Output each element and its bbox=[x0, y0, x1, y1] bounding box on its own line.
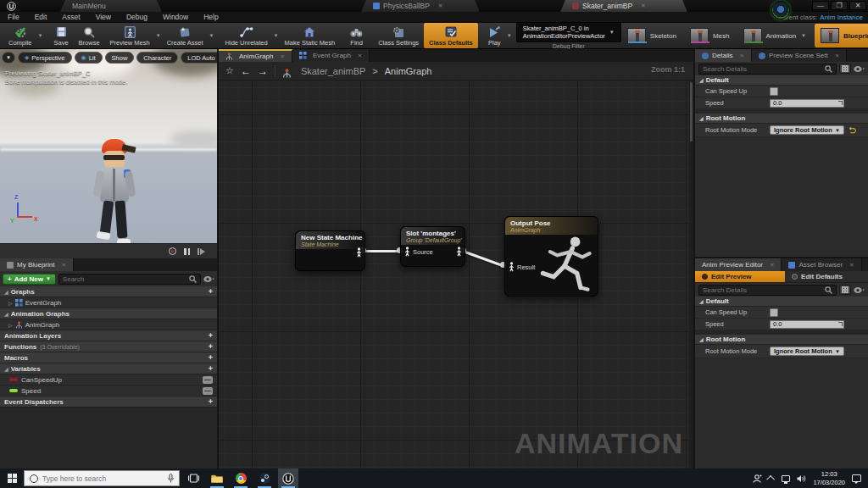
speed-input[interactable]: 0.0 bbox=[770, 320, 844, 329]
close-icon[interactable]: ✕ bbox=[280, 53, 284, 60]
eye-closed-icon[interactable] bbox=[203, 387, 213, 395]
viewport-options-button[interactable]: ▼ bbox=[2, 52, 15, 64]
compile-button[interactable]: Compile bbox=[3, 23, 37, 48]
add-dispatcher-icon[interactable]: + bbox=[209, 397, 213, 406]
forward-arrow-icon[interactable]: → bbox=[258, 65, 268, 77]
pose-output-pin[interactable] bbox=[356, 247, 362, 258]
show-button[interactable]: Show bbox=[105, 52, 135, 64]
maximize-button[interactable]: ❐ bbox=[831, 1, 848, 10]
tab-event-graph[interactable]: Event Graph ✕ bbox=[292, 49, 370, 62]
add-variable-icon[interactable]: + bbox=[209, 364, 213, 373]
variable-speed[interactable]: Speed bbox=[0, 385, 217, 396]
eye-closed-icon[interactable] bbox=[203, 376, 213, 384]
breadcrumb-current[interactable]: AnimGraph bbox=[385, 66, 432, 76]
section-root-motion[interactable]: ◢ Root Motion bbox=[695, 114, 868, 124]
can-speed-up-checkbox[interactable] bbox=[770, 308, 778, 317]
action-center-icon[interactable] bbox=[852, 474, 861, 482]
breadcrumb-root[interactable]: Skater_animBP bbox=[301, 66, 365, 76]
microphone-icon[interactable] bbox=[168, 474, 174, 483]
close-icon[interactable]: ✕ bbox=[438, 3, 443, 9]
window-tab-skater-animbp[interactable]: Skater_animBP ✕ bbox=[560, 0, 687, 12]
chevron-down-icon[interactable]: ▼ bbox=[155, 33, 162, 38]
task-view-button[interactable] bbox=[183, 469, 203, 488]
property-matrix-button[interactable] bbox=[839, 285, 851, 295]
section-functions[interactable]: Functions (3 Overridable) + bbox=[0, 341, 217, 352]
step-forward-icon[interactable] bbox=[198, 248, 205, 255]
reset-to-default-icon[interactable]: ⮌ bbox=[849, 126, 856, 135]
close-icon[interactable]: ✕ bbox=[641, 3, 646, 9]
graph-canvas[interactable]: New State Machine State Machine Slot 'mo… bbox=[219, 80, 693, 469]
chevron-down-icon[interactable]: ▼ bbox=[506, 33, 513, 38]
unreal-editor-taskbar-button[interactable] bbox=[278, 469, 298, 488]
close-icon[interactable]: ✕ bbox=[770, 262, 774, 269]
variable-canspeedup[interactable]: CanSpeedUp bbox=[0, 374, 217, 385]
section-default[interactable]: ◢ Default bbox=[695, 75, 868, 86]
eye-filter-icon[interactable] bbox=[854, 65, 865, 73]
menu-edit[interactable]: Edit bbox=[27, 13, 55, 21]
details-search[interactable] bbox=[698, 64, 837, 75]
tab-details[interactable]: Details ✕ bbox=[695, 49, 752, 62]
mode-blueprint[interactable]: Blueprint bbox=[815, 24, 868, 47]
file-explorer-button[interactable] bbox=[207, 469, 227, 488]
lit-button[interactable]: ◉Lit bbox=[75, 52, 103, 64]
class-settings-button[interactable]: Class Settings bbox=[373, 23, 424, 48]
section-animation-layers[interactable]: Animation Layers + bbox=[0, 330, 217, 341]
root-motion-mode-dropdown[interactable]: Ignore Root Motion ▼ bbox=[770, 347, 844, 356]
menu-help[interactable]: Help bbox=[196, 13, 225, 21]
chrome-button[interactable] bbox=[231, 469, 251, 488]
add-layer-icon[interactable]: + bbox=[209, 331, 213, 340]
make-static-mesh-button[interactable]: Make Static Mesh bbox=[280, 23, 341, 48]
tab-anim-preview-editor[interactable]: Anim Preview Editor ✕ bbox=[695, 258, 782, 271]
anim-preview-search[interactable] bbox=[698, 285, 837, 296]
taskbar-clock[interactable]: 12:03 17/03/2020 bbox=[813, 470, 845, 486]
node-slot-montages[interactable]: Slot 'montages' Group 'DefaultGroup' Sou… bbox=[400, 226, 465, 267]
menu-file[interactable]: File bbox=[0, 13, 27, 21]
start-button[interactable] bbox=[0, 469, 24, 488]
eye-filter-icon[interactable] bbox=[203, 275, 214, 283]
chevron-down-icon[interactable]: ▼ bbox=[37, 33, 44, 38]
edit-defaults-radio[interactable]: Edit Defaults bbox=[785, 271, 849, 282]
debug-filter-dropdown[interactable]: Skater_animBP_C_0 in AnimationEditorPrev… bbox=[516, 22, 621, 42]
section-default[interactable]: ◢ Default bbox=[695, 297, 868, 307]
section-graphs[interactable]: ◢ Graphs + bbox=[0, 286, 217, 297]
mode-mesh[interactable]: Mesh bbox=[684, 24, 736, 47]
chevron-down-icon[interactable]: ▼ bbox=[209, 33, 215, 38]
pause-icon[interactable] bbox=[184, 248, 190, 255]
menu-view[interactable]: View bbox=[88, 13, 119, 21]
add-macro-icon[interactable]: + bbox=[209, 353, 213, 362]
save-button[interactable]: Save bbox=[48, 23, 73, 48]
hide-unrelated-button[interactable]: Hide Unrelated bbox=[220, 23, 273, 48]
close-button[interactable]: ✕ bbox=[849, 1, 866, 10]
search-input[interactable] bbox=[703, 65, 825, 73]
source-input-pin[interactable]: Source bbox=[404, 247, 433, 257]
menu-debug[interactable]: Debug bbox=[119, 13, 155, 21]
tab-preview-scene-settings[interactable]: Preview Scene Sett ✕ bbox=[752, 49, 847, 62]
record-icon[interactable] bbox=[169, 247, 176, 255]
add-graph-icon[interactable]: + bbox=[209, 287, 213, 296]
people-icon[interactable] bbox=[753, 474, 762, 483]
create-asset-button[interactable]: Create Asset bbox=[162, 23, 209, 48]
minimize-button[interactable]: — bbox=[812, 1, 829, 10]
class-defaults-button[interactable]: Class Defaults bbox=[424, 23, 478, 48]
node-output-pose[interactable]: Output Pose AnimGraph Result bbox=[504, 216, 598, 297]
search-input[interactable] bbox=[63, 275, 189, 283]
window-tab-physicsballbp[interactable]: PhysicsBallBP ✕ bbox=[361, 0, 480, 12]
eye-filter-icon[interactable] bbox=[854, 286, 865, 294]
network-icon[interactable] bbox=[782, 475, 790, 482]
can-speed-up-checkbox[interactable] bbox=[770, 87, 778, 96]
steam-button[interactable] bbox=[254, 469, 275, 488]
speed-input[interactable]: 0.0 bbox=[770, 99, 844, 108]
search-input[interactable] bbox=[703, 286, 825, 294]
taskbar-search-input[interactable] bbox=[42, 474, 164, 483]
chevron-down-icon[interactable]: ▼ bbox=[800, 33, 807, 38]
perspective-button[interactable]: ◈Perspective bbox=[18, 52, 72, 64]
menu-asset[interactable]: Asset bbox=[54, 13, 87, 21]
mode-animation[interactable]: Animation ▼ bbox=[737, 24, 814, 47]
item-animgraph[interactable]: ▷ AnimGraph bbox=[0, 319, 217, 330]
play-button[interactable]: Play bbox=[483, 23, 506, 48]
my-blueprint-search[interactable] bbox=[58, 274, 201, 285]
chevron-down-icon[interactable]: ▼ bbox=[273, 33, 280, 38]
property-matrix-button[interactable] bbox=[839, 64, 851, 74]
item-eventgraph[interactable]: ▷ EventGraph bbox=[0, 297, 217, 308]
pose-output-pin[interactable] bbox=[456, 247, 462, 257]
